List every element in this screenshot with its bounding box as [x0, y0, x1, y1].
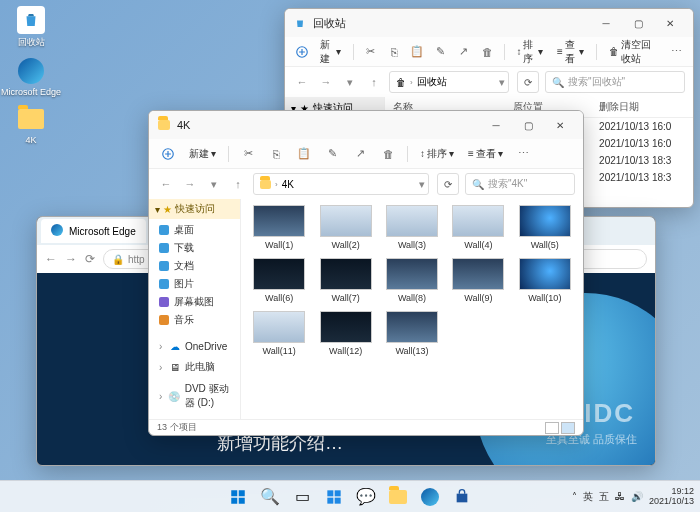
file-thumbnail: [519, 258, 571, 290]
taskbar-store[interactable]: [448, 484, 476, 510]
paste-button[interactable]: 📋: [409, 41, 426, 63]
breadcrumb[interactable]: 🗑 › 回收站: [389, 71, 509, 93]
copy-button[interactable]: ⎘: [265, 143, 287, 165]
view-thumbnails-button[interactable]: [561, 422, 575, 434]
minimize-button[interactable]: ─: [481, 114, 511, 136]
file-item[interactable]: Wall(9): [448, 258, 508, 303]
file-label: Wall(7): [332, 293, 360, 303]
file-item[interactable]: Wall(1): [249, 205, 309, 250]
cut-button[interactable]: ✂: [362, 41, 379, 63]
desktop-recycle-bin[interactable]: 回收站: [6, 6, 56, 49]
search-input[interactable]: 🔍 搜索"4K": [465, 173, 575, 195]
network-icon[interactable]: 🖧: [615, 491, 625, 502]
view-details-button[interactable]: [545, 422, 559, 434]
up-button[interactable]: ↑: [229, 175, 247, 193]
desktop-folder-4k[interactable]: 4K: [6, 105, 56, 145]
new-dropdown[interactable]: 新建▾: [316, 36, 345, 68]
file-item[interactable]: Wall(2): [315, 205, 375, 250]
view-dropdown[interactable]: ≡ 查看 ▾: [553, 36, 588, 68]
file-item[interactable]: Wall(6): [249, 258, 309, 303]
sort-dropdown[interactable]: ↕ 排序 ▾: [416, 145, 458, 163]
task-view-button[interactable]: ▭: [288, 484, 316, 510]
sidebar-item-desktop[interactable]: 桌面: [149, 221, 240, 239]
file-item[interactable]: Wall(12): [315, 311, 375, 356]
titlebar[interactable]: 回收站 ─ ▢ ✕: [285, 9, 693, 37]
taskbar-edge[interactable]: [416, 484, 444, 510]
breadcrumb-chevron[interactable]: ▾: [493, 73, 511, 91]
breadcrumb-chevron[interactable]: ▾: [413, 175, 431, 193]
back-button[interactable]: ←: [45, 252, 57, 266]
empty-recycle-button[interactable]: 🗑 清空回收站: [605, 36, 662, 68]
ime-mode[interactable]: 五: [599, 490, 609, 504]
file-item[interactable]: Wall(5): [515, 205, 575, 250]
file-item[interactable]: Wall(11): [249, 311, 309, 356]
sidebar-item-music[interactable]: 音乐: [149, 311, 240, 329]
sidebar-onedrive[interactable]: ›☁OneDrive: [149, 339, 240, 354]
history-chevron[interactable]: ▾: [205, 175, 223, 193]
titlebar[interactable]: 4K ─ ▢ ✕: [149, 111, 583, 139]
share-button[interactable]: ↗: [349, 143, 371, 165]
maximize-button[interactable]: ▢: [623, 12, 653, 34]
chat-button[interactable]: 💬: [352, 484, 380, 510]
svg-rect-8: [327, 497, 333, 503]
tray-chevron[interactable]: ˄: [572, 491, 577, 502]
widgets-button[interactable]: [320, 484, 348, 510]
new-button[interactable]: [293, 41, 310, 63]
sidebar-dvd[interactable]: ›💿DVD 驱动器 (D:): [149, 380, 240, 412]
new-button[interactable]: [157, 143, 179, 165]
maximize-button[interactable]: ▢: [513, 114, 543, 136]
rename-button[interactable]: ✎: [432, 41, 449, 63]
ime-lang[interactable]: 英: [583, 490, 593, 504]
search-button[interactable]: 🔍: [256, 484, 284, 510]
file-item[interactable]: Wall(7): [315, 258, 375, 303]
tab-edge[interactable]: Microsoft Edge: [41, 219, 146, 243]
refresh-button[interactable]: ⟳: [85, 252, 95, 266]
paste-button[interactable]: 📋: [293, 143, 315, 165]
forward-button[interactable]: →: [181, 175, 199, 193]
file-item[interactable]: Wall(3): [382, 205, 442, 250]
copy-button[interactable]: ⎘: [385, 41, 402, 63]
back-button[interactable]: ←: [157, 175, 175, 193]
toolbar: 新建▾ ✂ ⎘ 📋 ✎ ↗ 🗑 ↕ 排序 ▾ ≡ 查看 ▾ ⋯: [149, 139, 583, 169]
file-item[interactable]: Wall(13): [382, 311, 442, 356]
forward-button[interactable]: →: [65, 252, 77, 266]
minimize-button[interactable]: ─: [591, 12, 621, 34]
sidebar-item-documents[interactable]: 文档: [149, 257, 240, 275]
delete-button[interactable]: 🗑: [478, 41, 495, 63]
taskbar-explorer[interactable]: [384, 484, 412, 510]
up-button[interactable]: ↑: [365, 73, 383, 91]
sidebar-network[interactable]: ›🖧网络: [149, 416, 240, 419]
sidebar-item-screenshots[interactable]: 屏幕截图: [149, 293, 240, 311]
window-title: 4K: [177, 119, 481, 131]
refresh-button[interactable]: ⟳: [437, 173, 459, 195]
file-item[interactable]: Wall(10): [515, 258, 575, 303]
sidebar-item-downloads[interactable]: 下载: [149, 239, 240, 257]
desktop-edge[interactable]: Microsoft Edge: [6, 57, 56, 97]
cut-button[interactable]: ✂: [237, 143, 259, 165]
volume-icon[interactable]: 🔊: [631, 491, 643, 502]
refresh-button[interactable]: ⟳: [517, 71, 539, 93]
view-dropdown[interactable]: ≡ 查看 ▾: [464, 145, 507, 163]
chevron-right-icon: ›: [159, 391, 163, 402]
sidebar-item-pictures[interactable]: 图片: [149, 275, 240, 293]
delete-button[interactable]: 🗑: [377, 143, 399, 165]
share-button[interactable]: ↗: [455, 41, 472, 63]
breadcrumb[interactable]: › 4K: [253, 173, 429, 195]
more-button[interactable]: ⋯: [668, 41, 685, 63]
sidebar-this-pc[interactable]: ›🖥此电脑: [149, 358, 240, 376]
start-button[interactable]: [224, 484, 252, 510]
file-item[interactable]: Wall(4): [448, 205, 508, 250]
more-button[interactable]: ⋯: [513, 143, 535, 165]
close-button[interactable]: ✕: [545, 114, 575, 136]
history-chevron[interactable]: ▾: [341, 73, 359, 91]
file-item[interactable]: Wall(8): [382, 258, 442, 303]
back-button[interactable]: ←: [293, 73, 311, 91]
sort-dropdown[interactable]: ↕ 排序 ▾: [512, 36, 547, 68]
clock[interactable]: 19:12 2021/10/13: [649, 487, 694, 507]
rename-button[interactable]: ✎: [321, 143, 343, 165]
forward-button[interactable]: →: [317, 73, 335, 91]
search-input[interactable]: 🔍 搜索"回收站": [545, 71, 685, 93]
new-dropdown[interactable]: 新建▾: [185, 145, 220, 163]
sidebar-quick-access[interactable]: ▾ ★ 快速访问: [149, 199, 240, 219]
close-button[interactable]: ✕: [655, 12, 685, 34]
